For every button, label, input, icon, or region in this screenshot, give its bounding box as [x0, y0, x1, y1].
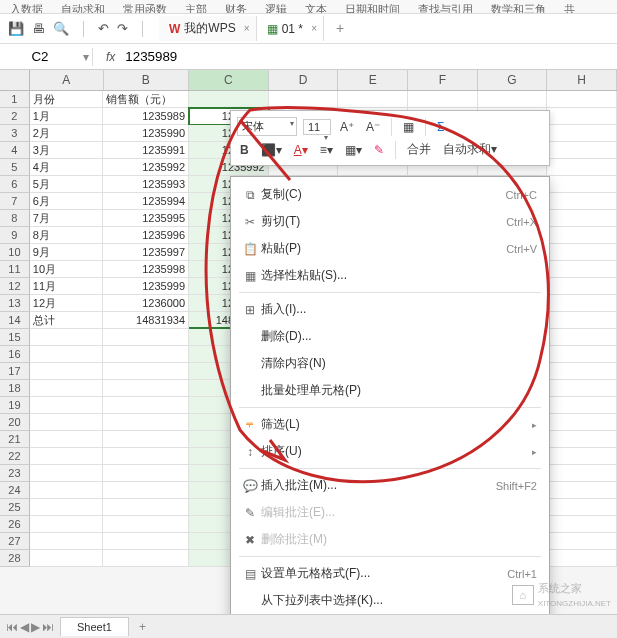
cell[interactable]: 10月	[30, 261, 104, 278]
cell[interactable]	[547, 397, 617, 414]
font-color-icon[interactable]: A▾	[291, 142, 311, 158]
cell[interactable]	[30, 414, 104, 431]
cell[interactable]	[547, 159, 617, 176]
cell[interactable]: 1236000	[103, 295, 189, 312]
cell[interactable]: 4月	[30, 159, 104, 176]
cell[interactable]	[547, 516, 617, 533]
cell[interactable]	[547, 244, 617, 261]
cell[interactable]	[103, 397, 189, 414]
cell[interactable]	[547, 210, 617, 227]
row-header[interactable]: 7	[0, 193, 30, 210]
cell[interactable]	[547, 550, 617, 567]
menu-filter[interactable]: ⫧ 筛选(L) ▸	[231, 411, 549, 438]
col-header[interactable]: C	[189, 70, 269, 90]
menu-delete-comment[interactable]: ✖ 删除批注(M)	[231, 526, 549, 553]
cell[interactable]	[30, 346, 104, 363]
cell[interactable]	[103, 482, 189, 499]
redo-icon[interactable]: ↷	[117, 21, 128, 36]
cell[interactable]	[547, 482, 617, 499]
cell[interactable]: 1235996	[103, 227, 189, 244]
add-sheet-button[interactable]: +	[129, 617, 156, 637]
dropdown-icon[interactable]: ▾	[80, 50, 92, 64]
row-header[interactable]: 28	[0, 550, 30, 567]
row-header[interactable]: 24	[0, 482, 30, 499]
cell[interactable]: 1235994	[103, 193, 189, 210]
fill-color-icon[interactable]: ⬛▾	[258, 142, 285, 158]
ribbon-tab[interactable]: 财务	[225, 2, 247, 14]
cell[interactable]	[30, 397, 104, 414]
cell[interactable]	[547, 125, 617, 142]
row-header[interactable]: 17	[0, 363, 30, 380]
menu-delete[interactable]: 删除(D)...	[231, 323, 549, 350]
cell[interactable]	[103, 346, 189, 363]
ribbon-tab[interactable]: 日期和时间	[345, 2, 400, 14]
cell[interactable]	[547, 533, 617, 550]
menu-copy[interactable]: ⧉ 复制(C) Ctrl+C	[231, 181, 549, 208]
col-header[interactable]: B	[104, 70, 190, 90]
close-icon[interactable]: ×	[311, 23, 317, 34]
row-header[interactable]: 8	[0, 210, 30, 227]
ribbon-tab[interactable]: 数学和三角	[491, 2, 546, 14]
preview-icon[interactable]: 🔍	[53, 21, 69, 36]
cell[interactable]	[103, 380, 189, 397]
row-header[interactable]: 16	[0, 346, 30, 363]
row-header[interactable]: 23	[0, 465, 30, 482]
row-header[interactable]: 20	[0, 414, 30, 431]
cell[interactable]	[547, 108, 617, 125]
col-header[interactable]: E	[338, 70, 408, 90]
formula-input[interactable]	[121, 45, 617, 68]
cell[interactable]	[30, 431, 104, 448]
cell[interactable]	[189, 91, 269, 108]
format-painter-icon[interactable]: ✎	[371, 142, 387, 158]
menu-insert-comment[interactable]: 💬 插入批注(M)... Shift+F2	[231, 472, 549, 499]
cell[interactable]: 月份	[30, 91, 104, 108]
cell[interactable]: 销售额（元）	[103, 91, 189, 108]
menu-format-cells[interactable]: ▤ 设置单元格格式(F)... Ctrl+1	[231, 560, 549, 587]
row-header[interactable]: 15	[0, 329, 30, 346]
row-header[interactable]: 9	[0, 227, 30, 244]
cell[interactable]: 3月	[30, 142, 104, 159]
row-header[interactable]: 19	[0, 397, 30, 414]
cell[interactable]	[408, 91, 478, 108]
sheet-tab[interactable]: Sheet1	[60, 617, 129, 636]
menu-edit-comment[interactable]: ✎ 编辑批注(E)...	[231, 499, 549, 526]
font-select[interactable]: 宋体	[237, 117, 297, 136]
cell[interactable]	[547, 176, 617, 193]
col-header[interactable]: F	[408, 70, 478, 90]
row-header[interactable]: 2	[0, 108, 30, 125]
cell[interactable]	[547, 414, 617, 431]
row-header[interactable]: 21	[0, 431, 30, 448]
cell[interactable]	[30, 465, 104, 482]
cell[interactable]: 1235989	[103, 108, 189, 125]
cell[interactable]	[547, 312, 617, 329]
new-tab-button[interactable]: +	[324, 16, 356, 41]
col-header[interactable]: A	[30, 70, 104, 90]
cell[interactable]	[103, 414, 189, 431]
align-icon[interactable]: ≡▾	[317, 142, 336, 158]
cell[interactable]	[103, 363, 189, 380]
ribbon-tab[interactable]: 主部	[185, 2, 207, 14]
cell[interactable]	[30, 499, 104, 516]
cell[interactable]	[547, 380, 617, 397]
sheet-nav-next-icon[interactable]: ▶	[31, 620, 40, 634]
cell[interactable]	[547, 448, 617, 465]
cell[interactable]	[30, 482, 104, 499]
cell[interactable]	[547, 278, 617, 295]
cell[interactable]	[30, 550, 104, 567]
cell[interactable]	[478, 91, 548, 108]
cell[interactable]: 8月	[30, 227, 104, 244]
ribbon-tab[interactable]: 常用函数	[123, 2, 167, 14]
merge-button[interactable]: 合并	[404, 140, 434, 159]
cell[interactable]: 1235991	[103, 142, 189, 159]
row-header[interactable]: 22	[0, 448, 30, 465]
cell[interactable]	[30, 448, 104, 465]
row-header[interactable]: 26	[0, 516, 30, 533]
cell[interactable]	[30, 533, 104, 550]
select-all-corner[interactable]	[0, 70, 30, 90]
ribbon-tab[interactable]: 逻辑	[265, 2, 287, 14]
col-header[interactable]: H	[547, 70, 617, 90]
cell[interactable]	[547, 363, 617, 380]
cell[interactable]: 1月	[30, 108, 104, 125]
cell[interactable]	[547, 193, 617, 210]
increase-font-icon[interactable]: A⁺	[337, 119, 357, 135]
